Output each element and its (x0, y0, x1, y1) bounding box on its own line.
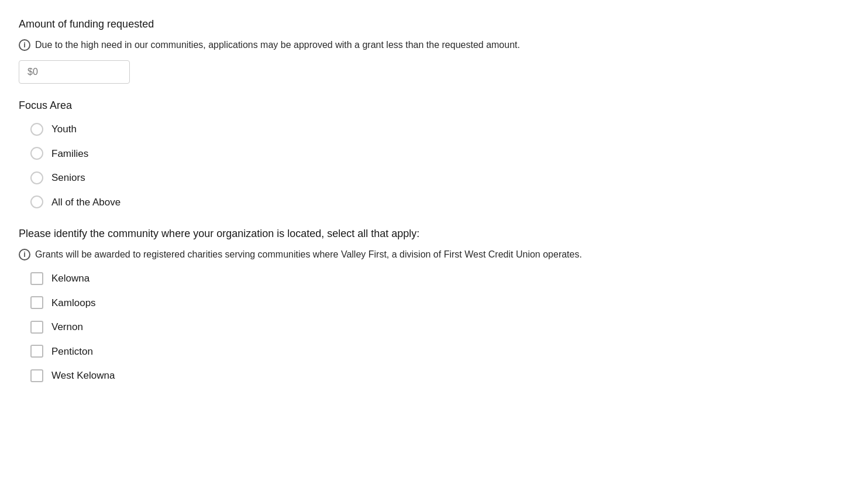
checkbox-item-penticton[interactable]: Penticton (30, 344, 849, 359)
radio-circle-youth (30, 123, 43, 136)
info-icon: i (19, 39, 30, 51)
checkbox-box-vernon (30, 321, 43, 334)
radio-label-youth: Youth (51, 122, 77, 137)
checkbox-item-kamloops[interactable]: Kamloops (30, 296, 849, 311)
community-section: Please identify the community where your… (19, 226, 849, 383)
radio-circle-families (30, 147, 43, 160)
community-checkbox-group: Kelowna Kamloops Vernon Penticton West K… (19, 271, 849, 383)
checkbox-item-kelowna[interactable]: Kelowna (30, 271, 849, 286)
checkbox-label-penticton: Penticton (51, 344, 93, 359)
funding-title: Amount of funding requested (19, 16, 849, 32)
funding-amount-input[interactable] (19, 60, 130, 84)
radio-label-families: Families (51, 146, 88, 162)
community-question: Please identify the community where your… (19, 226, 849, 242)
checkbox-box-kelowna (30, 272, 43, 285)
checkbox-label-vernon: Vernon (51, 320, 83, 335)
checkbox-box-west-kelowna (30, 369, 43, 382)
checkbox-box-penticton (30, 345, 43, 358)
community-info-text: Grants will be awarded to registered cha… (35, 248, 582, 262)
checkbox-label-west-kelowna: West Kelowna (51, 368, 115, 383)
checkbox-box-kamloops (30, 296, 43, 309)
checkbox-label-kamloops: Kamloops (51, 296, 96, 311)
checkbox-item-vernon[interactable]: Vernon (30, 320, 849, 335)
community-info-icon: i (19, 249, 30, 260)
checkbox-item-west-kelowna[interactable]: West Kelowna (30, 368, 849, 383)
radio-item-families[interactable]: Families (30, 146, 849, 162)
funding-info-row: i Due to the high need in our communitie… (19, 38, 849, 52)
radio-label-seniors: Seniors (51, 170, 85, 186)
focus-area-section: Focus Area Youth Families Seniors All of… (19, 98, 849, 210)
funding-info-text: Due to the high need in our communities,… (35, 38, 520, 52)
radio-item-youth[interactable]: Youth (30, 122, 849, 137)
radio-circle-seniors (30, 171, 43, 184)
focus-area-radio-group: Youth Families Seniors All of the Above (19, 122, 849, 210)
radio-item-all-above[interactable]: All of the Above (30, 195, 849, 210)
radio-item-seniors[interactable]: Seniors (30, 170, 849, 186)
radio-circle-all-above (30, 195, 43, 208)
radio-label-all-above: All of the Above (51, 195, 120, 210)
community-info-row: i Grants will be awarded to registered c… (19, 248, 849, 262)
focus-area-title: Focus Area (19, 98, 849, 114)
funding-section: Amount of funding requested i Due to the… (19, 16, 849, 84)
checkbox-label-kelowna: Kelowna (51, 271, 89, 286)
